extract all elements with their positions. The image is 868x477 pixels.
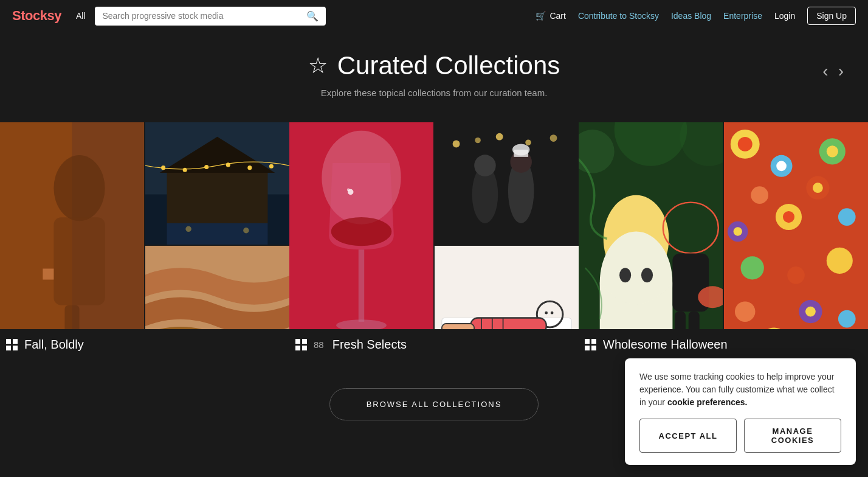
carousel-nav: ‹ › [822,61,844,81]
svg-point-79 [838,208,856,226]
svg-rect-22 [359,249,364,321]
enterprise-link[interactable]: Enterprise [723,11,762,21]
header: Stocksy All 🔍 🛒 Cart Contribute to Stock… [0,0,868,32]
grid-icon-fall [6,339,18,351]
collection-images-halloween [579,122,868,329]
logo-text: Stocksy [12,8,61,23]
fall-boldly-title: Fall, Boldly [24,338,84,352]
ideas-blog-link[interactable]: Ideas Blog [671,11,711,21]
svg-point-72 [751,186,768,204]
cookie-preferences-link[interactable]: cookie preferences. [667,397,748,407]
halloween-right-image [724,122,868,329]
svg-point-74 [813,183,823,193]
svg-point-28 [453,141,460,148]
svg-rect-44 [470,318,546,329]
hero-title: ☆ Curated Collections [12,51,856,80]
cart-label: Cart [549,11,565,21]
contribute-link[interactable]: Contribute to Stocksy [578,11,659,21]
fresh-selects-count: 88 [314,339,324,350]
fresh-main-image [289,122,433,329]
collections-section: Fall, Boldly [0,110,868,364]
collection-card-halloween[interactable]: Wholesome Halloween [579,122,868,352]
cookie-banner: We use some tracking cookies to help imp… [625,358,856,465]
grid-icon-fresh [295,339,308,351]
svg-rect-4 [64,305,79,329]
login-link[interactable]: Login [774,11,795,21]
svg-point-85 [805,307,816,317]
fresh-bottom-image [435,246,579,329]
svg-point-82 [787,266,805,284]
halloween-main-image [579,122,723,329]
svg-point-17 [185,226,191,232]
svg-point-83 [735,301,756,322]
svg-point-18 [243,228,249,233]
svg-point-10 [161,165,165,170]
svg-point-67 [738,137,753,151]
prev-arrow[interactable]: ‹ [822,61,828,81]
svg-rect-5 [43,269,53,280]
cookie-buttons: ACCEPT ALL MANAGE COOKIES [639,419,841,453]
star-icon: ☆ [308,53,328,78]
svg-point-71 [827,145,838,157]
svg-point-15 [269,164,274,169]
svg-point-42 [545,312,548,315]
svg-point-34 [474,155,496,176]
svg-point-81 [827,248,853,274]
svg-point-59 [641,268,653,282]
svg-rect-63 [689,312,700,329]
svg-point-43 [551,312,554,315]
logo[interactable]: Stocksy [12,8,61,24]
svg-rect-3 [53,217,105,305]
svg-point-11 [183,168,187,172]
svg-point-12 [204,165,208,169]
search-button[interactable]: 🔍 [306,10,319,22]
halloween-title: Wholesome Halloween [603,338,728,352]
hero-section: ☆ Curated Collections Explore these topi… [0,32,868,110]
fall-bottom-image [145,246,289,329]
nav-all-link[interactable]: All [76,11,86,21]
svg-rect-16 [167,223,268,245]
svg-rect-39 [435,246,579,329]
collection-images-fall [0,122,289,329]
next-arrow[interactable]: › [838,61,844,81]
svg-rect-62 [675,312,686,329]
svg-point-78 [783,211,794,223]
signup-button[interactable]: Sign Up [807,7,856,25]
svg-point-26 [347,189,350,192]
svg-point-14 [247,165,252,170]
svg-rect-8 [167,173,268,223]
svg-point-30 [496,133,503,141]
collection-card-fresh-selects[interactable]: 88 Fresh Selects [289,122,579,352]
grid-icon-halloween [585,339,597,351]
hero-title-text: Curated Collections [337,51,560,80]
fresh-selects-label: 88 Fresh Selects [289,329,579,352]
hero-subtitle: Explore these topical collections from o… [12,88,856,98]
fall-main-image [0,122,144,329]
accept-all-button[interactable]: ACCEPT ALL [639,419,737,453]
svg-point-86 [838,310,856,328]
svg-point-24 [331,217,392,246]
svg-point-69 [776,161,787,171]
search-input[interactable] [102,11,303,21]
cookie-text: We use some tracking cookies to help imp… [639,371,841,409]
svg-rect-48 [442,324,474,329]
svg-point-29 [475,138,480,143]
manage-cookies-button[interactable]: MANAGE COOKIES [744,419,841,453]
browse-all-button[interactable]: BROWSE ALL COLLECTIONS [329,388,539,420]
cart-link[interactable]: 🛒 Cart [536,11,565,21]
fresh-selects-title: Fresh Selects [332,338,407,352]
collection-images-fresh [289,122,579,329]
svg-point-38 [512,144,529,156]
svg-point-76 [734,227,742,235]
search-bar: 🔍 [95,7,326,26]
svg-point-2 [53,155,105,221]
header-nav: 🛒 Cart Contribute to Stocksy Ideas Blog … [536,7,856,25]
svg-point-13 [226,162,230,167]
collection-card-fall-boldly[interactable]: Fall, Boldly [0,122,289,352]
cart-icon: 🛒 [536,11,546,21]
fall-top-image [145,122,289,245]
svg-point-32 [550,134,557,142]
halloween-label: Wholesome Halloween [579,329,868,352]
fresh-top-image [435,122,579,245]
svg-point-80 [741,256,764,279]
